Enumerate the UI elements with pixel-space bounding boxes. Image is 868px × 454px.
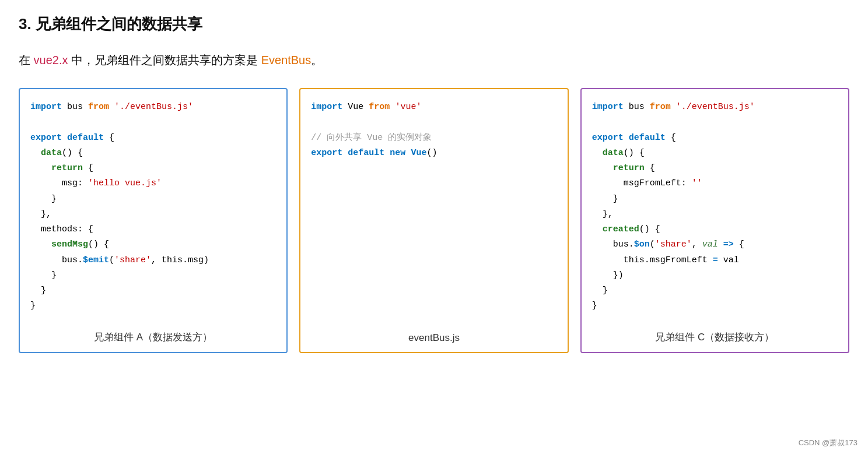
- panel-a-label: 兄弟组件 A（数据发送方）: [30, 325, 276, 344]
- watermark: CSDN @萧叔173: [799, 438, 858, 448]
- panel-c-label: 兄弟组件 C（数据接收方）: [592, 325, 838, 344]
- code-panels: import bus from './eventBus.js' export d…: [19, 88, 849, 353]
- description-text: 在 vue2.x 中，兄弟组件之间数据共享的方案是 EventBus。: [19, 51, 849, 69]
- code-component-c: import bus from './eventBus.js' export d…: [592, 100, 838, 314]
- panel-eventbus-label: eventBus.js: [311, 326, 556, 344]
- panel-component-c: import bus from './eventBus.js' export d…: [580, 88, 849, 353]
- page-title: 3. 兄弟组件之间的数据共享: [19, 14, 849, 34]
- vue-version: vue2.x: [34, 54, 68, 66]
- code-component-a: import bus from './eventBus.js' export d…: [30, 100, 276, 314]
- eventbus-name: EventBus: [261, 54, 312, 66]
- panel-eventbus: import Vue from 'vue' // 向外共享 Vue 的实例对象 …: [299, 88, 568, 353]
- code-eventbus: import Vue from 'vue' // 向外共享 Vue 的实例对象 …: [311, 100, 556, 316]
- panel-component-a: import bus from './eventBus.js' export d…: [19, 88, 288, 353]
